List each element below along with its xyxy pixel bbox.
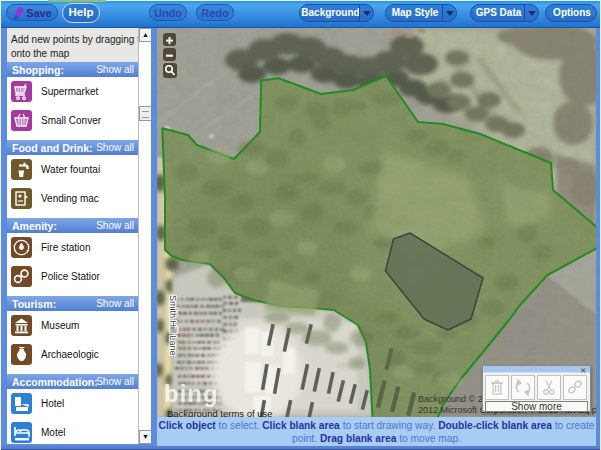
svg-text:Background terms of use: Background terms of use: [167, 408, 273, 417]
svg-text:bing: bing: [164, 380, 219, 407]
svg-text:Smith Hill Lane: Smith Hill Lane: [168, 295, 178, 356]
